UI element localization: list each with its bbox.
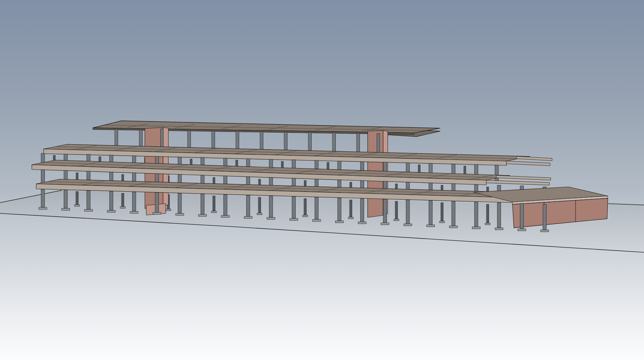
model-viewport-3d[interactable] bbox=[0, 0, 644, 360]
structural-model-canvas[interactable] bbox=[0, 0, 644, 360]
